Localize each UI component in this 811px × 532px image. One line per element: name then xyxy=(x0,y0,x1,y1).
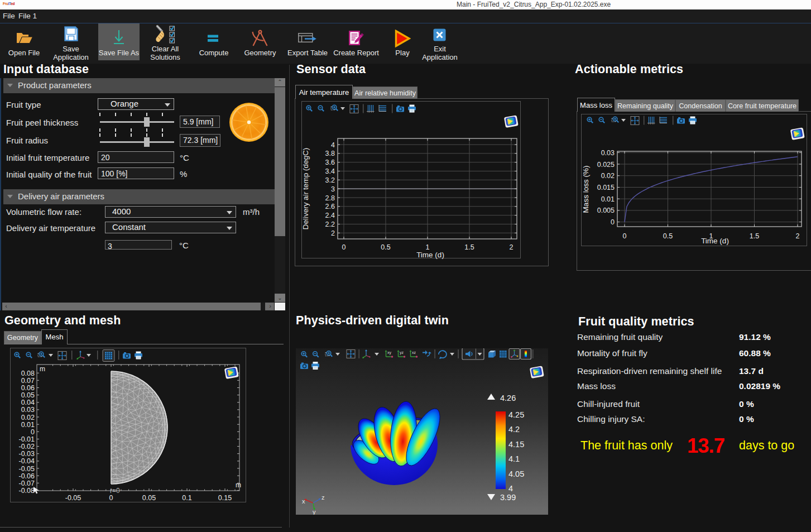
svg-text:0.005: 0.005 xyxy=(597,207,615,214)
svg-text:4.1: 4.1 xyxy=(508,454,520,463)
svg-text:2.2: 2.2 xyxy=(325,221,335,228)
svg-text:0.03: 0.03 xyxy=(601,149,615,157)
svg-text:0.04: 0.04 xyxy=(21,399,35,406)
svg-text:0.05: 0.05 xyxy=(142,494,156,502)
svg-text:Time (d): Time (d) xyxy=(416,251,444,259)
svg-text:1.5: 1.5 xyxy=(464,243,474,251)
svg-text:3.99: 3.99 xyxy=(500,493,516,502)
svg-text:0.01: 0.01 xyxy=(21,421,35,429)
svg-text:4.15: 4.15 xyxy=(508,440,524,449)
svg-text:3.8: 3.8 xyxy=(325,150,335,157)
svg-text:4.25: 4.25 xyxy=(508,410,524,419)
svg-text:0.1: 0.1 xyxy=(182,494,191,502)
svg-text:4: 4 xyxy=(331,141,335,149)
svg-text:4.2: 4.2 xyxy=(508,425,520,434)
svg-text:0.02: 0.02 xyxy=(601,172,615,180)
svg-text:2.8: 2.8 xyxy=(325,194,335,202)
svg-text:0: 0 xyxy=(611,218,615,226)
svg-text:0.15: 0.15 xyxy=(218,494,232,502)
svg-text:xz: xz xyxy=(412,351,416,354)
svg-text:-0.03: -0.03 xyxy=(19,450,35,458)
svg-text:0.03: 0.03 xyxy=(21,406,35,414)
svg-text:z: z xyxy=(321,494,325,501)
svg-text:1: 1 xyxy=(426,243,430,251)
svg-text:0: 0 xyxy=(342,243,346,251)
svg-text:2.6: 2.6 xyxy=(325,203,335,210)
svg-text:y: y xyxy=(313,509,316,515)
svg-text:-0.05: -0.05 xyxy=(19,465,35,473)
svg-text:0.025: 0.025 xyxy=(597,161,615,169)
svg-text:m: m xyxy=(40,365,45,373)
svg-text:0.07: 0.07 xyxy=(21,377,35,385)
svg-text:0.5: 0.5 xyxy=(663,232,673,240)
svg-text:3.4: 3.4 xyxy=(325,167,335,175)
svg-text:-0.05: -0.05 xyxy=(65,494,81,502)
svg-text:0.02: 0.02 xyxy=(21,414,35,421)
svg-text:Mass loss (%): Mass loss (%) xyxy=(582,166,590,213)
svg-text:0.01: 0.01 xyxy=(601,195,615,203)
svg-text:0.05: 0.05 xyxy=(21,391,35,399)
svg-text:3: 3 xyxy=(331,185,335,193)
svg-text:2: 2 xyxy=(510,243,514,251)
svg-text:3.2: 3.2 xyxy=(325,176,335,184)
svg-text:0: 0 xyxy=(109,494,113,502)
svg-text:-0.06: -0.06 xyxy=(19,472,35,480)
svg-text:0.08: 0.08 xyxy=(21,370,35,377)
svg-text:0.06: 0.06 xyxy=(21,384,35,392)
svg-text:r=0: r=0 xyxy=(110,487,120,495)
svg-text:m: m xyxy=(236,481,241,489)
svg-text:2: 2 xyxy=(796,232,800,240)
svg-text:3.6: 3.6 xyxy=(325,159,335,166)
svg-text:-0.01: -0.01 xyxy=(19,435,35,443)
svg-text:-0.08: -0.08 xyxy=(19,487,35,495)
svg-text:1.5: 1.5 xyxy=(750,232,759,240)
svg-text:x: x xyxy=(302,498,305,505)
svg-text:4.26: 4.26 xyxy=(500,394,516,402)
svg-text:xy: xy xyxy=(387,351,392,355)
svg-text:-0.02: -0.02 xyxy=(19,443,35,450)
svg-text:0.015: 0.015 xyxy=(597,184,615,191)
svg-text:-0.07: -0.07 xyxy=(19,480,35,487)
svg-text:-0.04: -0.04 xyxy=(19,457,35,465)
svg-text:Time (d): Time (d) xyxy=(701,237,729,245)
svg-text:4: 4 xyxy=(508,484,513,493)
svg-text:0: 0 xyxy=(623,232,627,240)
svg-text:0: 0 xyxy=(31,428,35,436)
svg-text:4.05: 4.05 xyxy=(508,469,524,478)
svg-text:Delivery air temp (degC): Delivery air temp (degC) xyxy=(301,148,310,229)
svg-text:2.4: 2.4 xyxy=(325,212,335,219)
svg-text:yz: yz xyxy=(400,351,404,355)
svg-text:2: 2 xyxy=(331,229,335,237)
svg-text:0.5: 0.5 xyxy=(381,243,390,251)
